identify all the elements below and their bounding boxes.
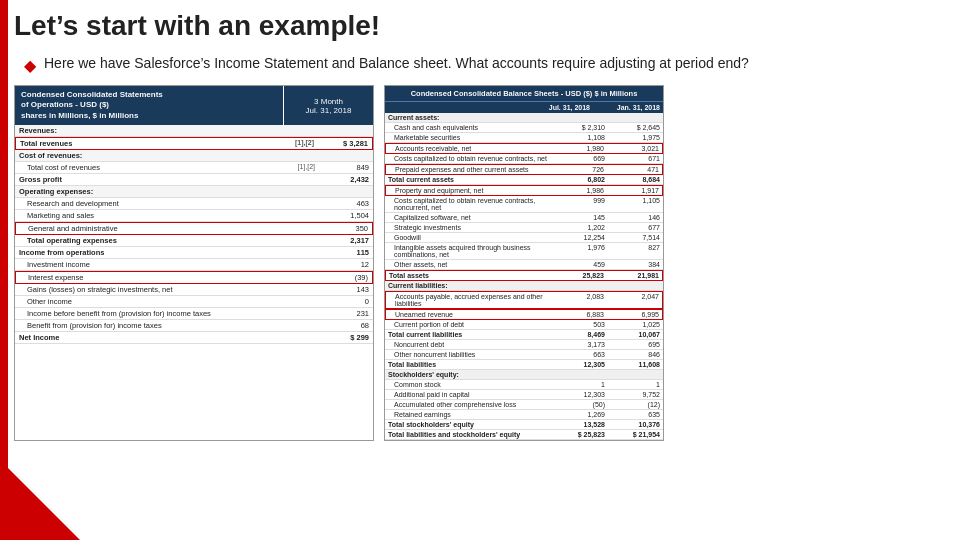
balance-col2-header: Jan. 31, 2018 [593,102,663,113]
balance-header: Condensed Consolidated Balance Sheets - … [385,86,663,101]
row-label: Marketing and sales [19,211,319,220]
balance-val1: 459 [550,261,605,268]
row-value: 115 [319,248,369,257]
balance-val2: 2,047 [604,293,659,307]
balance-label: Total current assets [388,176,550,183]
balance-row: Noncurrent debt3,173695 [385,340,663,350]
balance-row: Total current liabilities8,46910,067 [385,330,663,340]
balance-val2: 695 [605,341,660,348]
row-label: Cost of revenues: [19,151,369,160]
income-row: Net Income$ 299 [15,332,373,344]
row-label: Operating expenses: [19,187,369,196]
balance-row: Current liabilities: [385,281,663,291]
balance-val2: 471 [604,166,659,173]
balance-label: Unearned revenue [389,311,549,318]
balance-row: Costs capitalized to obtain revenue cont… [385,154,663,164]
balance-val1: 503 [550,321,605,328]
balance-val1: 2,083 [549,293,604,307]
balance-label: Costs capitalized to obtain revenue cont… [388,155,550,162]
row-label: Total operating expenses [19,236,319,245]
balance-label: Total liabilities and stockholders' equi… [388,431,550,438]
balance-label: Noncurrent debt [388,341,550,348]
income-row: Cost of revenues: [15,150,373,162]
left-accent [0,0,8,540]
balance-val2: 10,067 [605,331,660,338]
balance-val2: 146 [605,214,660,221]
balance-label: Stockholders' equity: [388,371,550,378]
income-row: Research and development463 [15,198,373,210]
balance-label: Property and equipment, net [389,187,549,194]
balance-val2: 9,752 [605,391,660,398]
columns: Condensed Consolidated Statements of Ope… [14,85,960,441]
row-label: Other income [19,297,319,306]
row-label: Income from operations [19,248,319,257]
balance-val1: 669 [550,155,605,162]
income-row: Benefit from (provision for) income taxe… [15,320,373,332]
page-title: Let’s start with an example! [14,10,960,42]
balance-row: Cash and cash equivalents$ 2,310$ 2,645 [385,123,663,133]
balance-val2: 1 [605,381,660,388]
balance-rows: Current assets:Cash and cash equivalents… [385,113,663,440]
income-header-right: 3 Month Jul. 31, 2018 [283,86,373,125]
balance-val2: 1,917 [604,187,659,194]
balance-val2: 10,376 [605,421,660,428]
balance-label: Current liabilities: [388,282,550,289]
balance-val2: 1,105 [605,197,660,211]
balance-label: Capitalized software, net [388,214,550,221]
balance-val2: 635 [605,411,660,418]
balance-val1: 6,802 [550,176,605,183]
balance-label: Retained earnings [388,411,550,418]
income-rows: Revenues:Total revenues[1],[2]$ 3,281Cos… [15,125,373,344]
balance-val1: 1 [550,381,605,388]
row-value: 2,317 [319,236,369,245]
row-value: 12 [319,260,369,269]
row-label: Income before benefit from (provision fo… [19,309,319,318]
income-period: 3 Month [292,97,365,106]
balance-row: Current assets: [385,113,663,123]
row-label: Revenues: [19,126,369,135]
balance-row: Total assets25,82321,981 [385,270,663,281]
balance-val2: 671 [605,155,660,162]
row-value: 0 [319,297,369,306]
bullet-section: ◆ Here we have Salesforce’s Income State… [24,54,960,75]
balance-val2: 827 [605,244,660,258]
balance-val1: 12,305 [550,361,605,368]
balance-label: Additional paid in capital [388,391,550,398]
income-row: Income before benefit from (provision fo… [15,308,373,320]
income-header-left: Condensed Consolidated Statements of Ope… [15,86,283,125]
income-header-line1: Condensed Consolidated Statements [21,90,277,100]
balance-label: Accumulated other comprehensive loss [388,401,550,408]
income-row: Gross profit2,432 [15,174,373,186]
balance-row: Accumulated other comprehensive loss(50)… [385,400,663,410]
row-label: Research and development [19,199,319,208]
balance-label: Accounts payable, accrued expenses and o… [389,293,549,307]
bullet-icon: ◆ [24,56,36,75]
balance-val1: 12,303 [550,391,605,398]
balance-val1 [550,114,605,121]
balance-val1: 1,976 [550,244,605,258]
row-label: General and administrative [20,224,318,233]
balance-val1 [550,282,605,289]
balance-label: Total current liabilities [388,331,550,338]
balance-val1: 145 [550,214,605,221]
row-label: Benefit from (provision for) income taxe… [19,321,319,330]
balance-row: Prepaid expenses and other current asset… [385,164,663,175]
balance-row: Total stockholders' equity13,52810,376 [385,420,663,430]
balance-val2: 1,025 [605,321,660,328]
balance-col-empty [385,102,523,113]
balance-val2 [605,114,660,121]
balance-row: Accounts payable, accrued expenses and o… [385,291,663,309]
balance-val1: 3,173 [550,341,605,348]
balance-val1: 663 [550,351,605,358]
balance-val2 [605,371,660,378]
balance-row: Property and equipment, net1,9861,917 [385,185,663,196]
balance-val1: 1,269 [550,411,605,418]
balance-val1: 1,980 [549,145,604,152]
balance-val1: $ 2,310 [550,124,605,131]
balance-val2 [605,282,660,289]
balance-val2: 846 [605,351,660,358]
row-value: 231 [319,309,369,318]
balance-label: Total stockholders' equity [388,421,550,428]
income-header: Condensed Consolidated Statements of Ope… [15,86,373,125]
balance-val1 [550,371,605,378]
